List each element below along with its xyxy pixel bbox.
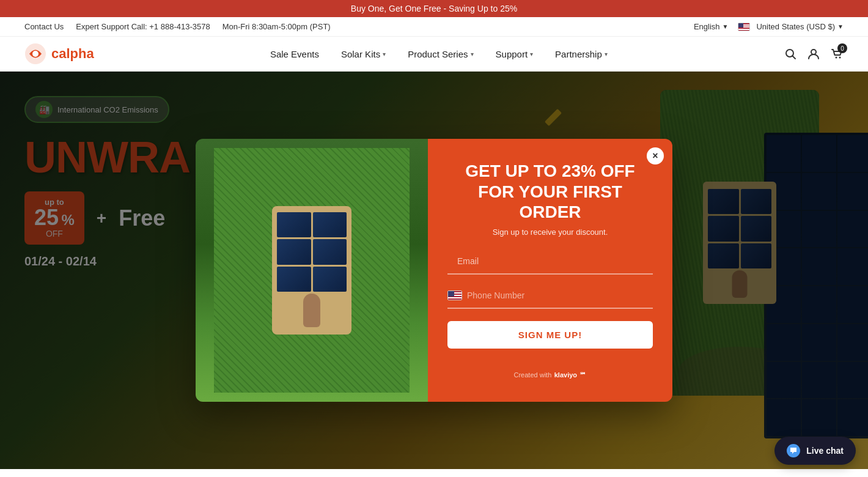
phone-input[interactable] <box>467 284 653 306</box>
chat-icon <box>790 447 797 454</box>
main-nav: Sale Events Solar Kits ▾ Product Series … <box>262 44 616 64</box>
popup-subtitle: Sign up to receive your discount. <box>447 227 653 237</box>
nav-support-chevron: ▾ <box>530 51 533 57</box>
svg-point-4 <box>811 50 816 54</box>
popup-title-line1: GET UP TO 23% OFF <box>465 161 634 180</box>
nav-partnership-label: Partnership <box>555 49 602 59</box>
currency-label: United States (USD $) <box>756 22 835 31</box>
language-selector[interactable]: English ▼ <box>694 22 729 31</box>
business-hours: Mon-Fri 8:30am-5:00pm (PST) <box>223 22 331 31</box>
us-flag-icon <box>738 23 750 31</box>
popup-title: GET UP TO 23% OFF FOR YOUR FIRST ORDER <box>447 161 653 223</box>
popup-close-button[interactable]: × <box>647 147 664 165</box>
phone-flag-icon <box>447 290 462 300</box>
svg-point-1 <box>32 51 39 57</box>
signup-button-label: SIGN ME UP! <box>518 330 582 340</box>
cart-count: 0 <box>837 43 847 53</box>
nav-product-series[interactable]: Product Series ▾ <box>399 44 482 64</box>
hero-section: 🏭 International CO2 Emissions UNWRA up t… <box>0 72 868 469</box>
nav-solar-kits[interactable]: Solar Kits ▾ <box>333 44 394 64</box>
announcement-text: Buy One, Get One Free - Saving Up to 25% <box>351 4 517 13</box>
chat-bubble-icon <box>787 444 800 457</box>
nav-product-series-label: Product Series <box>408 49 468 59</box>
nav-product-series-chevron: ▾ <box>471 51 474 57</box>
popup-title-line2: FOR YOUR FIRST ORDER <box>478 182 622 222</box>
svg-point-5 <box>835 57 837 59</box>
svg-line-3 <box>792 56 795 59</box>
popup-overlay: × GET UP TO 23% OFF FOR YOUR FIRST ORDER… <box>0 72 868 469</box>
nav-sale-events[interactable]: Sale Events <box>262 44 328 64</box>
live-chat-button[interactable]: Live chat <box>774 437 856 465</box>
nav-solar-kits-label: Solar Kits <box>341 49 380 59</box>
support-phone: Expert Support Call: +1 888-413-3578 <box>76 22 210 31</box>
user-icon <box>807 48 820 60</box>
main-header: calpha Sale Events Solar Kits ▾ Product … <box>0 37 868 72</box>
currency-selector[interactable]: United States (USD $) ▼ <box>738 22 844 31</box>
search-icon <box>784 48 796 60</box>
popup-modal: × GET UP TO 23% OFF FOR YOUR FIRST ORDER… <box>196 139 672 402</box>
footer-brand-text: klaviyo <box>554 371 577 379</box>
contact-us-link[interactable]: Contact Us <box>24 22 64 31</box>
sub-header-right: English ▼ United States (USD $) ▼ <box>694 22 844 31</box>
svg-point-6 <box>839 57 840 59</box>
nav-partnership[interactable]: Partnership ▾ <box>546 44 616 64</box>
popup-footer: Created with klaviyo ℠ <box>447 359 653 380</box>
announcement-bar: Buy One, Get One Free - Saving Up to 25% <box>0 0 868 17</box>
language-chevron: ▼ <box>723 23 729 30</box>
sub-header-left: Contact Us Expert Support Call: +1 888-4… <box>24 22 331 31</box>
nav-support[interactable]: Support ▾ <box>487 44 542 64</box>
popup-form-panel: × GET UP TO 23% OFF FOR YOUR FIRST ORDER… <box>428 139 672 402</box>
search-button[interactable] <box>784 47 797 61</box>
signup-button[interactable]: SIGN ME UP! <box>447 321 653 349</box>
logo-icon <box>24 43 46 65</box>
nav-sale-events-label: Sale Events <box>270 49 319 59</box>
logo[interactable]: calpha <box>24 43 94 65</box>
language-label: English <box>694 22 720 31</box>
sub-header: Contact Us Expert Support Call: +1 888-4… <box>0 17 868 37</box>
phone-input-wrapper <box>447 284 653 309</box>
logo-text: calpha <box>51 46 94 62</box>
nav-support-label: Support <box>496 49 528 59</box>
header-icons: 0 <box>784 47 844 61</box>
live-chat-label: Live chat <box>806 446 844 456</box>
footer-created-text: Created with <box>514 371 552 379</box>
nav-partnership-chevron: ▾ <box>605 51 608 57</box>
cart-button[interactable]: 0 <box>830 47 844 61</box>
email-input[interactable] <box>447 249 653 275</box>
account-button[interactable] <box>807 47 820 61</box>
nav-solar-kits-chevron: ▾ <box>383 51 386 57</box>
currency-chevron: ▼ <box>837 23 844 30</box>
popup-image-panel <box>196 139 428 402</box>
